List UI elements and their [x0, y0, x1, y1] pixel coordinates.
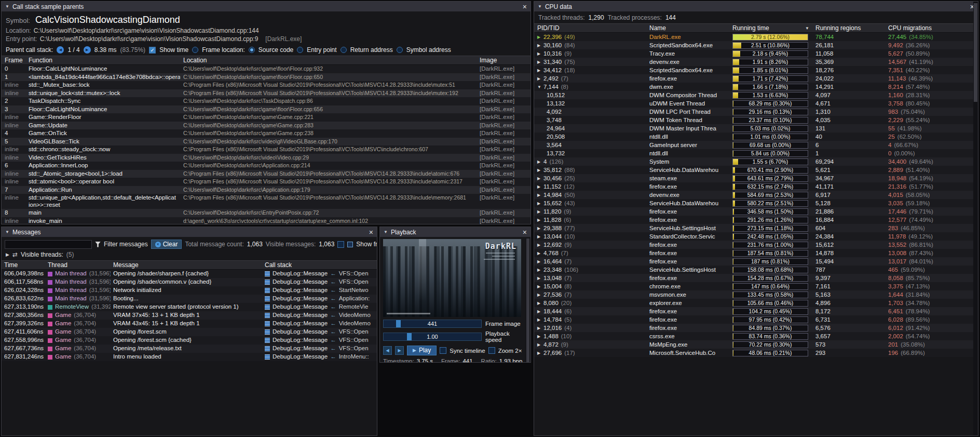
cpu-process-row[interactable]: ▶29,388(77)ServiceHub.SettingsHost273.15… — [534, 224, 978, 232]
cpu-process-row[interactable]: ▶15,004(8)chrome.exe147 ms (0.64%)7,1613… — [534, 282, 978, 290]
cpu-process-row[interactable]: ▶16,464(7)firefox.exe187 ms (0.81%)15,49… — [534, 257, 978, 266]
expand-row-icon[interactable]: ▶ — [537, 268, 543, 272]
cpu-process-row[interactable]: ▶15,652(43)ServiceHub.DataWarehou580.22 … — [534, 199, 978, 207]
column-header-running-regions[interactable]: Running regions — [812, 24, 885, 32]
callstack-cell[interactable]: DebugLog::Message←VFS::Open — [262, 345, 377, 353]
column-header-pid-tid[interactable]: PID/TID — [534, 24, 646, 32]
cpu-process-row[interactable]: 13,132uDWM Event Thread68.29 ms (0.30%)4… — [534, 99, 978, 108]
cpu-process-row[interactable]: ▶35,812(88)ServiceHub.DataWarehou670.41 … — [534, 166, 978, 174]
callstack-cell[interactable]: DebugLog::Message←VFS::Open — [262, 278, 377, 286]
callstack-row[interactable]: inlinestd::_Mutex_base::lockC:\Program F… — [2, 81, 530, 89]
message-row[interactable]: 606,049,398nsMain thread(31,596)Opening … — [2, 270, 377, 278]
expand-row-icon[interactable]: ▶ — [537, 193, 543, 197]
cpu-scrollbar[interactable] — [973, 2, 978, 435]
callstack-cell[interactable]: DebugLog::Message←VideoMemo — [262, 320, 377, 328]
expand-row-icon[interactable]: ▶ — [537, 226, 543, 231]
callstack-row[interactable]: 4Game::OnTickC:\Users\wolf\Desktop\darkr… — [2, 129, 530, 138]
expand-row-icon[interactable]: ▶ — [537, 209, 543, 214]
expand-row-icon[interactable]: ▶ — [537, 35, 543, 39]
expand-row-icon[interactable]: ▶ — [537, 284, 543, 289]
prev-callstack-button[interactable]: ◀ — [57, 46, 64, 54]
frame-image-slider[interactable]: 441 — [383, 320, 482, 328]
callstack-row[interactable]: inlinestd::_Atomic_storage<bool,1>::load… — [2, 170, 530, 178]
expand-row-icon[interactable]: ▶ — [537, 234, 543, 239]
source-code-radio[interactable] — [249, 47, 255, 53]
expand-row-icon[interactable]: ▶ — [537, 201, 543, 206]
expand-row-icon[interactable]: ▶ — [537, 243, 543, 247]
expand-row-icon[interactable]: ▶ — [537, 276, 543, 281]
cpu-process-row[interactable]: ▶18,444(6)firefox.exe104.2 ms (0.45%)8,1… — [534, 307, 978, 315]
message-row[interactable]: 627,380,356nsGame(36,704)VRAM 37x45: 13 … — [2, 311, 377, 320]
cpu-process-row[interactable]: ▶14,984(50)devenv.exe584.69 ms (2.53%)6,… — [534, 191, 978, 199]
cpu-process-row[interactable]: ▶22,396(49)DarkRL.exe2.79 s (12.06%)78,7… — [534, 33, 978, 41]
collapse-row-icon[interactable]: ▼ — [537, 85, 543, 89]
callstack-cell[interactable]: DebugLog::Message←VideoMemo — [262, 311, 377, 320]
cpu-process-row[interactable]: 4,092DWM LPC Port Thread29.16 ms (0.13%)… — [534, 108, 978, 116]
callstack-row[interactable]: inlinestd::unique_ptr<Application,std::d… — [2, 194, 530, 209]
cpu-process-row[interactable]: ▶2,492(7)firefox.exe1.71 s (7.42%)24,022… — [534, 74, 978, 83]
return-address-radio[interactable] — [341, 47, 347, 53]
cpu-process-row[interactable]: ▶31,340(75)devenv.exe1.91 s (8.26%)35,36… — [534, 58, 978, 66]
cpu-process-row[interactable]: ▶12,692(9)firefox.exe231.76 ms (1.00%)15… — [534, 241, 978, 249]
callstack-row[interactable]: 6Application::InnerLoopC:\Users\wolf\Des… — [2, 162, 530, 170]
callstack-row[interactable]: 0Floor::CalcLightNoLuminanceC:\Users\wol… — [2, 65, 530, 73]
clear-button[interactable]: ×Clear — [151, 240, 182, 249]
cpu-process-row[interactable]: 24,964DWM Master Input Threa5.03 ms (0.0… — [534, 124, 978, 133]
cpu-process-row[interactable]: ▶27,536(7)msvsmon.exe133.45 ms (0.58%)5,… — [534, 290, 978, 299]
expand-row-icon[interactable]: ▶ — [537, 301, 543, 306]
callstack-row[interactable]: 3Floor::CalcLightNoLuminanceC:\Users\wol… — [2, 105, 530, 114]
expand-row-icon[interactable]: ▶ — [537, 176, 543, 181]
collapse-icon[interactable]: ▼ — [5, 230, 9, 234]
expand-row-icon[interactable]: ▶ — [537, 76, 543, 81]
cpu-process-row[interactable]: ▶4,872(9)MsMpEng.exe70.22 ms (0.30%)5732… — [534, 340, 978, 349]
cpu-process-row[interactable]: ▶13,044(10)StandardCollector.Servic242.4… — [534, 232, 978, 241]
callstack-row[interactable]: inlineVideo::GetTicksHiResC:\Users\wolf\… — [2, 154, 530, 162]
cpu-process-row[interactable]: ▶11,152(12)firefox.exe632.15 ms (2.74%)4… — [534, 182, 978, 191]
collapse-icon[interactable]: ▼ — [384, 230, 388, 234]
column-header-cpu-migrations[interactable]: CPU migrations — [885, 24, 978, 32]
callstack-row[interactable]: inlinestd::chrono::steady_clock::nowC:\P… — [2, 145, 530, 154]
scrollbar-thumb[interactable] — [974, 3, 977, 102]
play-button[interactable]: ▶Play — [407, 346, 437, 355]
show-frame-checkbox[interactable] — [337, 241, 344, 248]
callstack-row[interactable]: 5VideoGLBase::TickC:\Users\wolf\Desktop\… — [2, 138, 530, 146]
cpu-process-row[interactable]: 3,564GameInput server69.68 us (0.00%)64(… — [534, 141, 978, 149]
collapse-icon[interactable]: ▼ — [538, 4, 542, 9]
collapse-icon[interactable]: ▼ — [5, 4, 9, 9]
close-icon[interactable]: × — [523, 229, 527, 236]
message-row[interactable]: 627,399,326nsGame(36,704)VRAM 43x45: 15 … — [2, 320, 377, 328]
shuffle-threads-icon[interactable]: ⇄ — [12, 251, 18, 258]
show-time-checkbox[interactable]: ✓ — [149, 47, 156, 54]
cpu-process-row[interactable]: ▶8,080(20)explorer.exe105.66 ms (0.46%)4… — [534, 299, 978, 307]
expand-row-icon[interactable]: ▶ — [537, 342, 543, 347]
expand-row-icon[interactable]: ▶ — [537, 309, 543, 314]
cpu-process-row[interactable]: ▶13,048(7)firefox.exe154.28 ms (0.67%)9,… — [534, 274, 978, 282]
callstack-row[interactable]: 8mainC:\Users\wolf\Desktop\darkrl\src\En… — [2, 209, 530, 217]
callstack-row[interactable]: inlinestd::unique_lock<std::mutex>::lock… — [2, 89, 530, 98]
next-frame-button[interactable]: ▶ — [395, 346, 404, 355]
callstack-row[interactable]: inlinestd::atomic<bool>::operator boolC:… — [2, 178, 530, 186]
column-header-running-time[interactable]: Running time▼ — [729, 24, 812, 32]
cpu-process-row[interactable]: ▶12,016(4)firefox.exe84.89 ms (0.37%)6,5… — [534, 324, 978, 332]
callstack-row[interactable]: 2TaskDispatch::SyncC:\Users\wolf\Desktop… — [2, 97, 530, 105]
symbol-address-radio[interactable] — [397, 47, 403, 53]
zoom-2x-checkbox[interactable] — [488, 347, 495, 354]
cpu-process-row[interactable]: ▶30,456(25)steam.exe643.61 ms (2.79%)34,… — [534, 174, 978, 182]
message-row[interactable]: 626,833,622nsMain thread(31,596)Booting.… — [2, 295, 377, 303]
expand-row-icon[interactable]: ▶ — [537, 68, 543, 73]
callstack-cell[interactable]: DebugLog::Message←Application: — [262, 295, 377, 303]
message-row[interactable]: 627,831,246nsGame(36,704)Intro menu load… — [2, 353, 377, 361]
scrollbar-thumb[interactable] — [526, 239, 529, 363]
callstack-cell[interactable]: DebugLog::Message←VFS::Open — [262, 328, 377, 336]
message-row[interactable]: 627,411,606nsGame(36,704)Opening /forest… — [2, 328, 377, 336]
expand-row-icon[interactable]: ▶ — [537, 160, 543, 164]
cpu-process-row[interactable]: ▶30,160(84)ScriptedSandbox64.exe2.51 s (… — [534, 41, 978, 49]
column-header-name[interactable]: Name — [646, 24, 729, 32]
playback-scrollbar[interactable] — [526, 238, 530, 363]
callstack-cell[interactable]: DebugLog::Message←VFS::Open — [262, 270, 377, 278]
expand-row-icon[interactable]: ▶ — [537, 293, 543, 297]
message-row[interactable]: 627,558,996nsGame(36,704)Opening /forest… — [2, 336, 377, 345]
expand-row-icon[interactable]: ▶ — [537, 60, 543, 64]
expand-row-icon[interactable]: ▶ — [537, 351, 543, 355]
close-icon[interactable]: × — [523, 3, 527, 10]
